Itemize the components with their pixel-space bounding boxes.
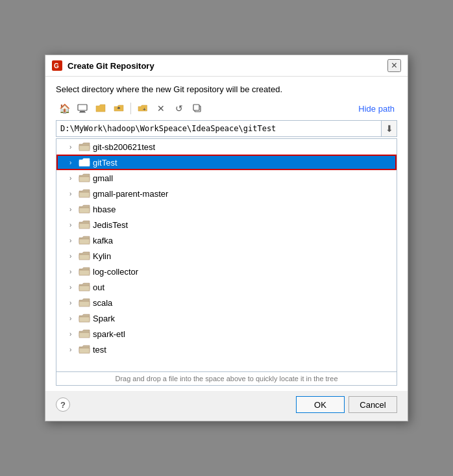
expand-arrow-icon: › xyxy=(69,331,79,338)
svg-text:G: G xyxy=(54,62,59,69)
svg-rect-3 xyxy=(80,111,85,112)
new-folder-button[interactable]: + xyxy=(134,101,151,116)
folder-button[interactable] xyxy=(92,101,109,116)
tree-item[interactable]: › gmall xyxy=(56,170,397,186)
folder-icon xyxy=(79,251,90,261)
expand-arrow-icon: › xyxy=(69,237,79,244)
cancel-button[interactable]: Cancel xyxy=(349,396,397,413)
tree-item-label: kafka xyxy=(93,236,113,245)
ok-button[interactable]: OK xyxy=(296,396,345,413)
folder-icon xyxy=(79,204,90,214)
expand-arrow-icon: › xyxy=(69,346,79,353)
folder-icon xyxy=(79,219,90,230)
tree-item-label: test xyxy=(93,345,106,355)
tree-item[interactable]: › gitTest xyxy=(56,155,397,170)
close-button[interactable]: × xyxy=(387,59,401,72)
tree-item[interactable]: › kafka xyxy=(56,232,397,248)
folder-up-button[interactable] xyxy=(110,101,127,116)
path-bar: ⬇ xyxy=(56,120,397,137)
tree-item[interactable]: › Kylin xyxy=(56,248,397,264)
folder-icon xyxy=(79,297,90,308)
toolbar: 🏠 + ✕ ↺ Hide path xyxy=(56,101,397,116)
tree-item[interactable]: › test xyxy=(56,342,397,357)
tree-item-label: scala xyxy=(93,298,112,308)
title-bar: G Create Git Repository × xyxy=(45,55,408,77)
folder-icon xyxy=(79,188,90,199)
expand-arrow-icon: › xyxy=(69,284,79,291)
expand-arrow-icon: › xyxy=(69,159,79,166)
tree-item-label: gitTest xyxy=(93,158,117,168)
app-icon: G xyxy=(52,60,62,71)
expand-arrow-icon: › xyxy=(69,190,79,197)
expand-arrow-icon: › xyxy=(69,221,79,229)
dialog-body: Select directory where the new Git repos… xyxy=(45,77,408,391)
tree-item-label: out xyxy=(93,282,104,292)
folder-icon xyxy=(79,173,90,183)
tree-item-label: spark-etl xyxy=(93,329,125,339)
copy-path-button[interactable] xyxy=(189,101,206,116)
expand-arrow-icon: › xyxy=(69,315,79,322)
tree-item[interactable]: › git-sb200621test xyxy=(56,139,397,155)
tree-item[interactable]: › out xyxy=(56,279,397,295)
tree-item[interactable]: › hbase xyxy=(56,201,397,217)
tree-item[interactable]: › log-collector xyxy=(56,264,397,279)
tree-item-label: Spark xyxy=(93,314,115,323)
dialog-footer: ? OK Cancel xyxy=(45,391,408,421)
dialog-title: Create Git Repository xyxy=(67,61,387,71)
drag-hint: Drag and drop a file into the space abov… xyxy=(56,372,397,386)
delete-button[interactable]: ✕ xyxy=(153,101,169,116)
toolbar-separator-1 xyxy=(130,103,131,114)
expand-arrow-icon: › xyxy=(69,144,79,151)
expand-arrow-icon: › xyxy=(69,299,79,307)
computer-button[interactable] xyxy=(74,101,91,116)
folder-icon xyxy=(79,329,90,339)
folder-icon xyxy=(79,266,90,277)
instruction-text: Select directory where the new Git repos… xyxy=(56,84,397,94)
expand-arrow-icon: › xyxy=(69,175,79,182)
tree-item-label: JedisTest xyxy=(93,220,128,230)
path-input[interactable] xyxy=(56,121,381,136)
tree-item-label: hbase xyxy=(93,205,116,214)
refresh-button[interactable]: ↺ xyxy=(171,101,188,116)
tree-item[interactable]: › spark-etl xyxy=(56,326,397,342)
tree-item-label: gmall-parent-master xyxy=(93,189,168,199)
expand-arrow-icon: › xyxy=(69,206,79,213)
folder-icon xyxy=(79,157,90,168)
tree-item-label: Kylin xyxy=(93,251,111,261)
folder-icon xyxy=(79,344,90,355)
svg-rect-2 xyxy=(78,105,87,110)
help-button[interactable]: ? xyxy=(56,397,70,412)
folder-icon xyxy=(79,282,90,292)
file-tree[interactable]: › git-sb200621test› gitTest› gmall› gmal… xyxy=(56,138,397,372)
tree-item-label: gmall xyxy=(93,173,113,183)
folder-icon xyxy=(79,313,90,323)
folder-icon xyxy=(79,235,90,245)
tree-item[interactable]: › Spark xyxy=(56,310,397,326)
tree-item-label: log-collector xyxy=(93,267,138,277)
home-button[interactable]: 🏠 xyxy=(56,101,73,116)
path-download-button[interactable]: ⬇ xyxy=(381,121,397,136)
folder-icon xyxy=(79,142,90,152)
hide-path-button[interactable]: Hide path xyxy=(356,103,397,115)
tree-item[interactable]: › gmall-parent-master xyxy=(56,186,397,201)
tree-item[interactable]: › scala xyxy=(56,295,397,310)
svg-rect-7 xyxy=(193,105,199,110)
expand-arrow-icon: › xyxy=(69,268,79,275)
svg-text:+: + xyxy=(143,106,146,112)
tree-item[interactable]: › JedisTest xyxy=(56,217,397,232)
expand-arrow-icon: › xyxy=(69,253,79,260)
tree-item-label: git-sb200621test xyxy=(93,142,155,152)
svg-rect-4 xyxy=(79,112,86,113)
create-git-repository-dialog: G Create Git Repository × Select directo… xyxy=(45,55,408,421)
